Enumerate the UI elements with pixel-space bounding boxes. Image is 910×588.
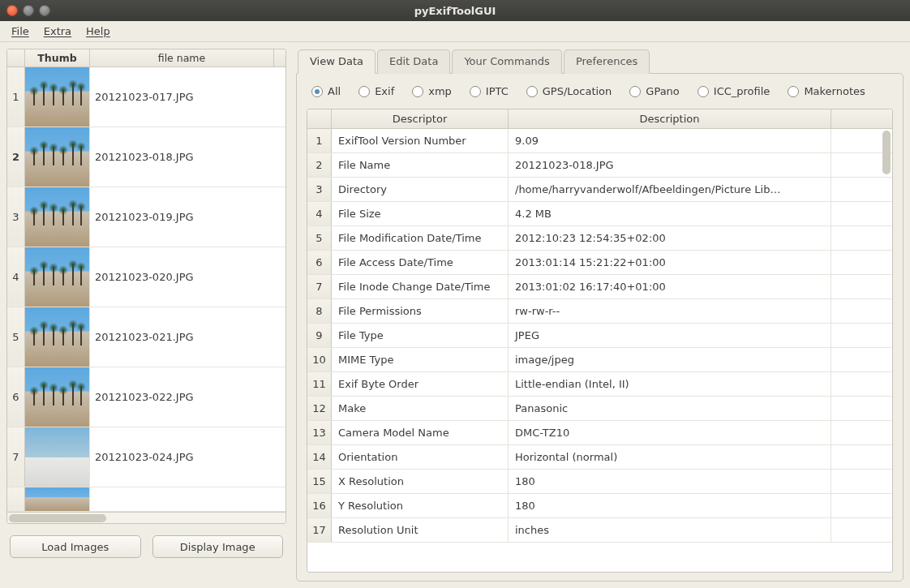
- description-cell[interactable]: 180: [509, 470, 831, 493]
- table-row[interactable]: 6File Access Date/Time2013:01:14 15:21:2…: [307, 251, 892, 275]
- table-row[interactable]: 8File Permissionsrw-rw-r--: [307, 299, 892, 324]
- table-row[interactable]: 17Resolution Unitinches: [307, 518, 892, 543]
- thumbnail-image[interactable]: [25, 367, 90, 427]
- file-name-cell[interactable]: 20121023-019.JPG: [90, 187, 285, 247]
- descriptor-cell[interactable]: File Type: [332, 324, 509, 347]
- descriptor-cell[interactable]: Camera Model Name: [332, 421, 509, 444]
- descriptor-cell[interactable]: Make: [332, 397, 509, 420]
- tab-your-commands[interactable]: Your Commands: [452, 49, 561, 74]
- table-row[interactable]: 3Directory/home/harryvanderwolf/Afbeeldi…: [307, 178, 892, 202]
- table-row[interactable]: 1ExifTool Version Number9.09: [307, 129, 892, 153]
- thumbnail-image[interactable]: [25, 427, 90, 487]
- description-cell[interactable]: DMC-TZ10: [509, 421, 831, 444]
- thumbnail-hscrollbar[interactable]: [7, 512, 285, 523]
- data-grid-body[interactable]: 1ExifTool Version Number9.092File Name20…: [307, 129, 892, 572]
- thumbnail-row[interactable]: 220121023-018.JPG: [7, 127, 285, 187]
- tab-preferences[interactable]: Preferences: [564, 49, 650, 74]
- thumbnail-image[interactable]: [25, 247, 90, 307]
- thumbnail-row[interactable]: 120121023-017.JPG: [7, 67, 285, 127]
- table-row[interactable]: 5File Modification Date/Time2012:10:23 1…: [307, 226, 892, 251]
- tab-edit-data[interactable]: Edit Data: [377, 49, 450, 74]
- description-cell[interactable]: JPEG: [509, 324, 831, 347]
- description-cell[interactable]: Horizontal (normal): [509, 445, 831, 469]
- description-cell[interactable]: inches: [509, 518, 831, 542]
- data-grid-vscroll-knob[interactable]: [882, 131, 891, 174]
- table-row[interactable]: 9File TypeJPEG: [307, 324, 892, 348]
- grid-header-descriptor[interactable]: Descriptor: [332, 109, 509, 128]
- table-row[interactable]: 10MIME Typeimage/jpeg: [307, 348, 892, 372]
- tab-view-data[interactable]: View Data: [298, 49, 376, 74]
- thumbnail-list[interactable]: 120121023-017.JPG220121023-018.JPG320121…: [7, 67, 285, 512]
- thumb-header-thumb[interactable]: Thumb: [25, 49, 90, 67]
- thumb-header-index[interactable]: [7, 49, 25, 67]
- table-row[interactable]: 11Exif Byte OrderLittle-endian (Intel, I…: [307, 372, 892, 397]
- descriptor-cell[interactable]: Orientation: [332, 445, 509, 469]
- radio-makernotes[interactable]: Makernotes: [788, 85, 865, 97]
- table-row[interactable]: 7File Inode Change Date/Time2013:01:02 1…: [307, 275, 892, 299]
- description-cell[interactable]: 20121023-018.JPG: [509, 153, 831, 177]
- description-cell[interactable]: 180: [509, 494, 831, 517]
- radio-all[interactable]: All: [311, 85, 341, 97]
- descriptor-cell[interactable]: Exif Byte Order: [332, 372, 509, 396]
- file-name-cell[interactable]: 20121023-022.JPG: [90, 367, 285, 427]
- thumbnail-row[interactable]: 320121023-019.JPG: [7, 187, 285, 247]
- table-row[interactable]: 13Camera Model NameDMC-TZ10: [307, 421, 892, 445]
- file-name-cell[interactable]: 20121023-024.JPG: [90, 427, 285, 487]
- file-name-cell[interactable]: 20121023-020.JPG: [90, 247, 285, 307]
- file-name-cell[interactable]: [90, 487, 285, 511]
- description-cell[interactable]: Little-endian (Intel, II): [509, 372, 831, 396]
- thumbnail-row[interactable]: 520121023-021.JPG: [7, 307, 285, 367]
- descriptor-cell[interactable]: ExifTool Version Number: [332, 129, 509, 152]
- thumbnail-row[interactable]: 720121023-024.JPG: [7, 427, 285, 487]
- description-cell[interactable]: Panasonic: [509, 397, 831, 420]
- thumbnail-image[interactable]: [25, 67, 90, 127]
- thumbnail-hscroll-knob[interactable]: [9, 514, 106, 522]
- descriptor-cell[interactable]: File Permissions: [332, 299, 509, 323]
- menu-extra[interactable]: Extra: [44, 25, 71, 37]
- thumbnail-image[interactable]: [25, 307, 90, 367]
- load-images-button[interactable]: Load Images: [10, 535, 141, 558]
- description-cell[interactable]: /home/harryvanderwolf/Afbeeldingen/Pictu…: [509, 178, 831, 201]
- radio-xmp[interactable]: xmp: [412, 85, 452, 97]
- descriptor-cell[interactable]: File Inode Change Date/Time: [332, 275, 509, 298]
- display-image-button[interactable]: Display Image: [152, 535, 284, 558]
- description-cell[interactable]: rw-rw-r--: [509, 299, 831, 323]
- data-grid-vscrollbar[interactable]: [882, 131, 891, 570]
- radio-exif[interactable]: Exif: [358, 85, 394, 97]
- table-row[interactable]: 15X Resolution180: [307, 470, 892, 494]
- descriptor-cell[interactable]: Y Resolution: [332, 494, 509, 517]
- table-row[interactable]: 4File Size4.2 MB: [307, 202, 892, 226]
- descriptor-cell[interactable]: File Name: [332, 153, 509, 177]
- description-cell[interactable]: image/jpeg: [509, 348, 831, 371]
- radio-gps-location[interactable]: GPS/Location: [526, 85, 612, 97]
- thumb-header-filename[interactable]: file name: [90, 49, 274, 67]
- table-row[interactable]: 14OrientationHorizontal (normal): [307, 445, 892, 470]
- description-cell[interactable]: 2013:01:02 16:17:40+01:00: [509, 275, 831, 298]
- table-row[interactable]: 2File Name20121023-018.JPG: [307, 153, 892, 178]
- table-row[interactable]: 12MakePanasonic: [307, 397, 892, 421]
- description-cell[interactable]: 2012:10:23 12:54:35+02:00: [509, 226, 831, 250]
- menu-file[interactable]: File: [11, 25, 29, 37]
- descriptor-cell[interactable]: File Access Date/Time: [332, 251, 509, 274]
- descriptor-cell[interactable]: File Size: [332, 202, 509, 225]
- radio-gpano[interactable]: GPano: [629, 85, 680, 97]
- description-cell[interactable]: 2013:01:14 15:21:22+01:00: [509, 251, 831, 274]
- descriptor-cell[interactable]: X Resolution: [332, 470, 509, 493]
- descriptor-cell[interactable]: Resolution Unit: [332, 518, 509, 542]
- descriptor-cell[interactable]: MIME Type: [332, 348, 509, 371]
- table-row[interactable]: 16Y Resolution180: [307, 494, 892, 518]
- thumbnail-row[interactable]: 620121023-022.JPG: [7, 367, 285, 427]
- file-name-cell[interactable]: 20121023-021.JPG: [90, 307, 285, 367]
- radio-icc-profile[interactable]: ICC_profile: [698, 85, 770, 97]
- thumbnail-row[interactable]: 420121023-020.JPG: [7, 247, 285, 307]
- file-name-cell[interactable]: 20121023-018.JPG: [90, 127, 285, 187]
- descriptor-cell[interactable]: Directory: [332, 178, 509, 201]
- thumbnail-image[interactable]: [25, 187, 90, 247]
- grid-header-index[interactable]: [307, 109, 332, 128]
- file-name-cell[interactable]: 20121023-017.JPG: [90, 67, 285, 127]
- thumbnail-image[interactable]: [25, 487, 90, 511]
- description-cell[interactable]: 9.09: [509, 129, 831, 152]
- thumbnail-row[interactable]: [7, 487, 285, 512]
- descriptor-cell[interactable]: File Modification Date/Time: [332, 226, 509, 250]
- description-cell[interactable]: 4.2 MB: [509, 202, 831, 225]
